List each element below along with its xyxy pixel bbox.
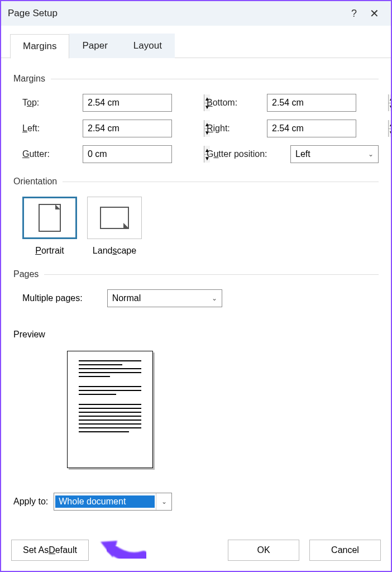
spinner-up-icon[interactable]: ▲ xyxy=(389,94,392,103)
help-button[interactable]: ? xyxy=(344,8,364,20)
spinner-up-icon[interactable]: ▲ xyxy=(389,120,392,129)
landscape-icon xyxy=(87,197,142,239)
label-left: Left: xyxy=(22,123,83,134)
section-pages: Pages xyxy=(13,269,379,279)
orientation-portrait[interactable]: Portrait xyxy=(22,197,77,256)
dropdown-gutter-position[interactable]: Left⌄ xyxy=(290,145,379,163)
tab-layout[interactable]: Layout xyxy=(121,34,175,58)
label-bottom: Bottom: xyxy=(207,98,267,108)
input-top[interactable]: ▲▼ xyxy=(83,94,172,112)
section-orientation: Orientation xyxy=(13,177,379,187)
section-margins: Margins xyxy=(13,74,379,84)
input-right[interactable]: ▲▼ xyxy=(267,120,356,137)
set-as-default-button[interactable]: Set As Default xyxy=(11,540,89,561)
input-left[interactable]: ▲▼ xyxy=(83,120,172,137)
tab-paper[interactable]: Paper xyxy=(69,34,120,58)
spinner-down-icon[interactable]: ▼ xyxy=(389,129,392,137)
dropdown-multiple-pages[interactable]: Normal⌄ xyxy=(107,289,222,307)
title-bar: Page Setup ? ✕ xyxy=(1,1,391,26)
label-top: Top: xyxy=(22,98,83,108)
tab-margins[interactable]: Margins xyxy=(10,34,69,59)
chevron-down-icon: ⌄ xyxy=(156,493,171,510)
label-right: Right: xyxy=(207,123,267,134)
spinner-down-icon[interactable]: ▼ xyxy=(389,103,392,112)
label-multiple-pages: Multiple pages: xyxy=(22,293,83,303)
portrait-icon xyxy=(22,197,77,239)
chevron-down-icon: ⌄ xyxy=(207,294,222,302)
dialog-title: Page Setup xyxy=(8,8,344,19)
dropdown-apply-to[interactable]: Whole document ⌄ xyxy=(54,493,172,511)
orientation-landscape[interactable]: Landscape xyxy=(87,197,142,256)
label-gutter-position: Gutter position: xyxy=(207,149,290,159)
tab-strip: Margins Paper Layout xyxy=(1,26,391,58)
section-preview: Preview xyxy=(13,330,379,340)
label-gutter: Gutter: xyxy=(22,149,83,159)
input-bottom[interactable]: ▲▼ xyxy=(267,94,356,112)
label-apply-to: Apply to: xyxy=(13,497,48,507)
preview-image xyxy=(67,351,379,468)
close-button[interactable]: ✕ xyxy=(364,7,384,20)
cancel-button[interactable]: Cancel xyxy=(309,540,381,561)
input-gutter[interactable]: ▲▼ xyxy=(83,145,172,163)
ok-button[interactable]: OK xyxy=(228,540,299,561)
chevron-down-icon: ⌄ xyxy=(364,150,378,158)
